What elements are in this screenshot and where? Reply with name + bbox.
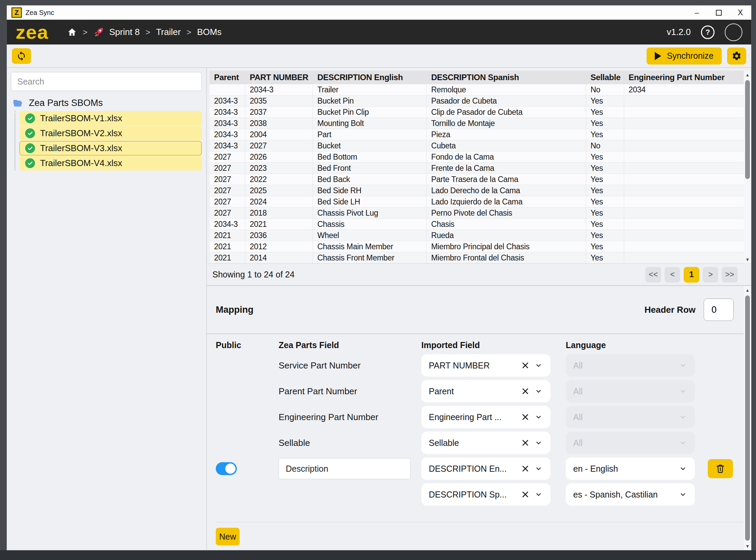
imported-field-value: DESCRIPTION En... bbox=[429, 464, 519, 474]
cell-sellable: Yes bbox=[586, 185, 624, 196]
cell-part-number: 2025 bbox=[245, 185, 313, 196]
language-select[interactable]: es - Spanish, Castilian bbox=[566, 483, 695, 506]
cell-part-number: 2023 bbox=[245, 163, 313, 174]
chevron-down-icon[interactable] bbox=[534, 362, 543, 368]
imported-field-value: DESCRIPTION Sp... bbox=[429, 490, 519, 500]
chevron-down-icon[interactable] bbox=[534, 440, 543, 446]
pagination-button[interactable]: 1 bbox=[684, 267, 699, 283]
table-row[interactable]: 2034-3 2004 Part Pieza Yes bbox=[210, 129, 744, 140]
table-row[interactable]: 2034-3 2037 Bucket Pin Clip Clip de Pasa… bbox=[210, 107, 744, 118]
cell-parent: 2021 bbox=[210, 252, 245, 263]
table-scrollbar[interactable]: ▲ ▼ bbox=[744, 71, 751, 264]
help-button[interactable]: ? bbox=[701, 25, 715, 39]
scroll-up-icon[interactable]: ▲ bbox=[744, 71, 751, 79]
clear-icon[interactable] bbox=[521, 490, 529, 499]
scroll-up-icon[interactable]: ▲ bbox=[744, 286, 751, 294]
mapping-scroll-track[interactable] bbox=[744, 294, 751, 542]
scroll-down-icon[interactable]: ▼ bbox=[744, 542, 751, 550]
clear-icon[interactable] bbox=[521, 439, 529, 447]
language-select-disabled: All bbox=[566, 406, 695, 428]
clear-icon[interactable] bbox=[521, 387, 529, 395]
user-avatar[interactable] bbox=[725, 23, 742, 41]
column-header-parent[interactable]: Parent bbox=[210, 73, 245, 82]
imported-field-select[interactable]: PART NUMBER bbox=[421, 354, 550, 377]
table-row[interactable]: 2021 2014 Chassis Front Member Miembro F… bbox=[210, 252, 744, 264]
table-scroll-track[interactable] bbox=[744, 79, 751, 255]
chevron-down-icon[interactable] bbox=[534, 466, 543, 472]
table-scroll-thumb[interactable] bbox=[745, 80, 750, 179]
sidebar-file-item[interactable]: TrailerSBOM-V2.xlsx bbox=[19, 126, 202, 141]
clear-icon[interactable] bbox=[521, 413, 529, 421]
maximize-button[interactable] bbox=[708, 5, 729, 20]
pagination-button[interactable]: > bbox=[703, 267, 718, 283]
table-row[interactable]: 2034-3 2027 Bucket Cubeta No bbox=[210, 140, 744, 151]
mapping-scrollbar[interactable]: ▲ ▼ bbox=[744, 286, 751, 550]
breadcrumb-item-trailer[interactable]: Trailer bbox=[156, 27, 181, 37]
sidebar-file-item[interactable]: TrailerSBOM-V1.xlsx bbox=[19, 111, 202, 126]
imported-field-select[interactable]: Engineering Part ... bbox=[421, 406, 550, 428]
cell-sellable: No bbox=[586, 140, 624, 151]
language-select[interactable]: en - English bbox=[566, 457, 695, 480]
new-mapping-button[interactable]: New bbox=[216, 528, 240, 545]
clear-icon[interactable] bbox=[521, 361, 529, 369]
settings-button[interactable] bbox=[727, 48, 746, 65]
table-row[interactable]: 2021 2036 Wheel Rueda Yes bbox=[210, 230, 744, 241]
cell-description-spanish: Parte Trasera de la Cama bbox=[427, 174, 586, 185]
delete-mapping-button[interactable] bbox=[708, 459, 733, 478]
close-button[interactable]: X bbox=[729, 5, 751, 20]
table-row[interactable]: 2027 2025 Bed Side RH Lado Derecho de la… bbox=[210, 185, 744, 196]
column-header-description-spanish[interactable]: DESCRIPTION Spanish bbox=[427, 73, 586, 82]
refresh-button[interactable] bbox=[12, 48, 31, 64]
table-row[interactable]: 2034-3 Trailer Remolque No 2034 bbox=[210, 84, 744, 95]
cell-engineering-part-number bbox=[624, 129, 744, 140]
minimize-button[interactable]: – bbox=[686, 5, 708, 20]
imported-field-select[interactable]: DESCRIPTION Sp... bbox=[421, 483, 550, 506]
header-row-input[interactable] bbox=[704, 299, 734, 321]
toolbar: Synchronize bbox=[7, 44, 751, 68]
breadcrumb-item-sprint[interactable]: Sprint 8 bbox=[109, 27, 140, 37]
table-row[interactable]: 2027 2022 Bed Back Parte Trasera de la C… bbox=[210, 174, 744, 185]
breadcrumb-item-boms[interactable]: BOMs bbox=[197, 27, 222, 37]
public-toggle[interactable] bbox=[216, 462, 237, 475]
chevron-down-icon[interactable] bbox=[679, 466, 687, 472]
cell-parent bbox=[210, 84, 245, 95]
pagination-button[interactable]: < bbox=[665, 267, 680, 283]
mapping-col-language: Language bbox=[566, 340, 708, 350]
mapping-scroll-thumb[interactable] bbox=[745, 295, 750, 541]
column-header-engineering-part-number[interactable]: Engineering Part Number bbox=[624, 73, 744, 82]
column-header-part-number[interactable]: PART NUMBER bbox=[245, 73, 313, 82]
content: Zea Parts SBOMs TrailerSBOM-V1.xlsx bbox=[7, 68, 751, 550]
pagination-button[interactable]: << bbox=[645, 267, 661, 283]
table-row[interactable]: 2021 2012 Chassis Main Member Miembro Pr… bbox=[210, 241, 744, 252]
table-row[interactable]: 2034-3 2021 Chassis Chasis Yes bbox=[210, 219, 744, 230]
scroll-down-icon[interactable]: ▼ bbox=[744, 255, 751, 264]
table-row[interactable]: 2027 2026 Bed Bottom Fondo de la Cama Ye… bbox=[210, 151, 744, 163]
imported-field-select[interactable]: DESCRIPTION En... bbox=[421, 457, 550, 480]
sidebar-file-item[interactable]: TrailerSBOM-V3.xlsx bbox=[19, 141, 202, 156]
column-header-description-english[interactable]: DESCRIPTION English bbox=[313, 73, 427, 82]
chevron-down-icon bbox=[679, 362, 687, 368]
custom-field-input[interactable] bbox=[279, 458, 410, 479]
pagination-button[interactable]: >> bbox=[722, 267, 738, 283]
imported-field-select[interactable]: Sellable bbox=[421, 432, 550, 454]
column-header-sellable[interactable]: Sellable bbox=[586, 73, 624, 82]
cell-description-english: Wheel bbox=[313, 230, 427, 241]
chevron-down-icon[interactable] bbox=[534, 388, 543, 394]
sidebar-file-item[interactable]: TrailerSBOM-V4.xlsx bbox=[19, 156, 202, 170]
home-icon[interactable] bbox=[67, 27, 77, 37]
table-row[interactable]: 2027 2018 Chassis Pivot Lug Perno Pivote… bbox=[210, 207, 744, 219]
cell-description-english: Bucket Pin bbox=[313, 95, 427, 106]
cell-part-number: 2024 bbox=[245, 196, 313, 207]
tree-root[interactable]: Zea Parts SBOMs bbox=[11, 98, 202, 108]
search-input[interactable] bbox=[11, 72, 202, 91]
synchronize-button[interactable]: Synchronize bbox=[647, 48, 722, 65]
chevron-down-icon[interactable] bbox=[534, 491, 543, 498]
table-row[interactable]: 2027 2023 Bed Front Frente de la Cama Ye… bbox=[210, 163, 744, 174]
chevron-down-icon[interactable] bbox=[679, 491, 687, 498]
clear-icon[interactable] bbox=[521, 465, 529, 473]
chevron-down-icon[interactable] bbox=[534, 414, 543, 420]
table-row[interactable]: 2034-3 2038 Mounting Bolt Tornillo de Mo… bbox=[210, 118, 744, 129]
table-row[interactable]: 2027 2024 Bed Side LH Lado Izquierdo de … bbox=[210, 196, 744, 207]
table-row[interactable]: 2034-3 2035 Bucket Pin Pasador de Cubeta… bbox=[210, 95, 744, 107]
imported-field-select[interactable]: Parent bbox=[421, 380, 550, 402]
